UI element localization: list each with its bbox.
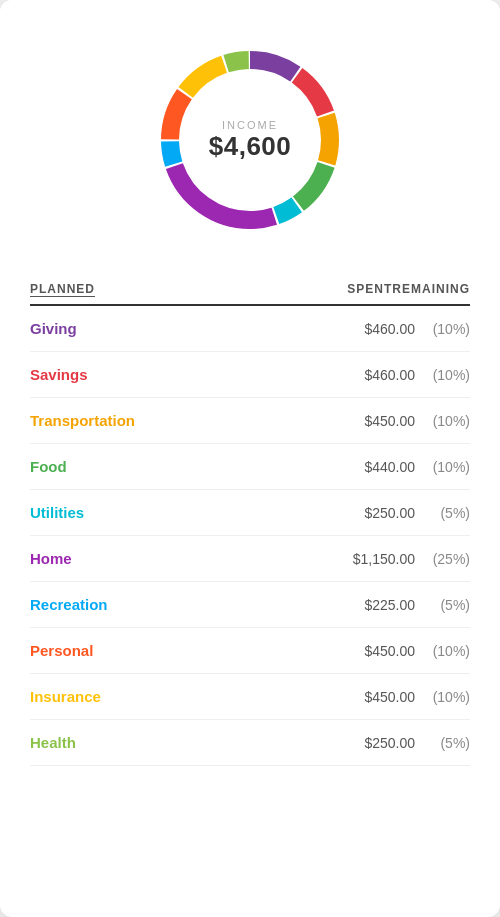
table-row: Utilities $250.00 (5%) [30, 490, 470, 536]
table-row: Health $250.00 (5%) [30, 720, 470, 766]
category-amount: $460.00 [325, 321, 415, 337]
category-percent: (10%) [415, 689, 470, 705]
category-amount: $1,150.00 [325, 551, 415, 567]
category-amount: $250.00 [325, 505, 415, 521]
table-row: Transportation $450.00 (10%) [30, 398, 470, 444]
table-row: Savings $460.00 (10%) [30, 352, 470, 398]
category-percent: (10%) [415, 321, 470, 337]
category-percent: (10%) [415, 459, 470, 475]
category-percent: (5%) [415, 505, 470, 521]
category-name: Food [30, 458, 325, 475]
category-amount: $460.00 [325, 367, 415, 383]
category-amount: $440.00 [325, 459, 415, 475]
income-label: INCOME [209, 119, 292, 131]
header-planned: PLANNED [30, 282, 347, 296]
category-name: Home [30, 550, 325, 567]
category-name: Giving [30, 320, 325, 337]
category-name: Transportation [30, 412, 325, 429]
category-name: Insurance [30, 688, 325, 705]
category-percent: (10%) [415, 367, 470, 383]
category-amount: $450.00 [325, 643, 415, 659]
income-amount: $4,600 [209, 131, 292, 162]
category-name: Recreation [30, 596, 325, 613]
category-percent: (25%) [415, 551, 470, 567]
category-amount: $225.00 [325, 597, 415, 613]
category-name: Savings [30, 366, 325, 383]
header-spent: SPENT [347, 282, 392, 296]
budget-card: INCOME $4,600 PLANNED SPENT REMAINING Gi… [0, 0, 500, 917]
category-amount: $450.00 [325, 413, 415, 429]
donut-section: INCOME $4,600 [0, 0, 500, 270]
category-percent: (10%) [415, 643, 470, 659]
category-name: Personal [30, 642, 325, 659]
donut-center: INCOME $4,600 [209, 119, 292, 162]
category-percent: (10%) [415, 413, 470, 429]
table-header: PLANNED SPENT REMAINING [30, 270, 470, 306]
category-name: Health [30, 734, 325, 751]
table-row: Home $1,150.00 (25%) [30, 536, 470, 582]
donut-chart: INCOME $4,600 [150, 40, 350, 240]
table-rows: Giving $460.00 (10%) Savings $460.00 (10… [30, 306, 470, 766]
table-row: Insurance $450.00 (10%) [30, 674, 470, 720]
category-amount: $250.00 [325, 735, 415, 751]
table-row: Recreation $225.00 (5%) [30, 582, 470, 628]
category-percent: (5%) [415, 735, 470, 751]
table-row: Giving $460.00 (10%) [30, 306, 470, 352]
table-row: Personal $450.00 (10%) [30, 628, 470, 674]
category-name: Utilities [30, 504, 325, 521]
table-row: Food $440.00 (10%) [30, 444, 470, 490]
category-amount: $450.00 [325, 689, 415, 705]
header-remaining: REMAINING [392, 282, 470, 296]
budget-table: PLANNED SPENT REMAINING Giving $460.00 (… [0, 270, 500, 796]
category-percent: (5%) [415, 597, 470, 613]
